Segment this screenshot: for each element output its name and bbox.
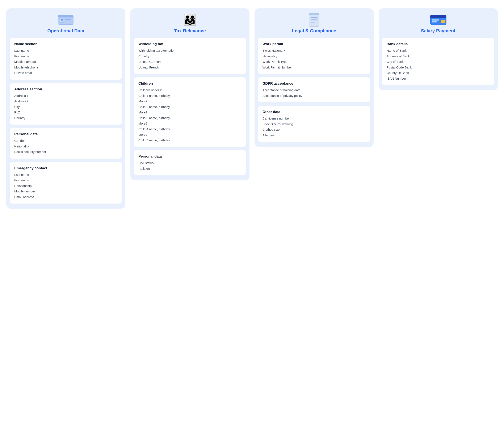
- list-item: Work Permit Number: [262, 65, 366, 70]
- svg-rect-7: [65, 22, 70, 23]
- card-title-address-section: Address section: [14, 87, 117, 91]
- list-item: Child 4 name, birthday: [138, 127, 242, 132]
- svg-rect-5: [65, 19, 71, 20]
- list-item: Private email: [14, 71, 117, 75]
- card-title-gdpr-acceptance: GDPR acceptance: [262, 82, 366, 86]
- svg-rect-13: [311, 21, 317, 21]
- list-item: Last name: [14, 48, 117, 53]
- card-items-name-section: Last nameFirst nameMiddle name(s)Mobile …: [14, 48, 117, 75]
- card-address-section: Address sectionAddress 1Address 2CityPLZ…: [10, 83, 122, 125]
- column-salary-payment: Salary PaymentBank detailsName of BankAd…: [379, 9, 498, 90]
- list-item: Email address: [14, 195, 117, 200]
- list-item: Name of Bank: [387, 48, 490, 53]
- list-item: Gender: [14, 138, 117, 143]
- svg-rect-2: [58, 16, 73, 18]
- card-title-name-section: Name section: [14, 42, 117, 46]
- list-item: Postal Code Bank: [387, 65, 490, 70]
- list-item: Religion: [138, 166, 242, 171]
- list-item: Middle name(s): [14, 59, 117, 64]
- main-columns: Operational DataName sectionLast nameFir…: [6, 9, 498, 209]
- card-bank-details: Bank detailsName of BankAddress of BankC…: [382, 38, 494, 85]
- card-items-address-section: Address 1Address 2CityPLZCountry: [14, 93, 117, 120]
- list-item: Shoe Size for working: [262, 122, 366, 127]
- svg-rect-12: [311, 19, 317, 19]
- card-children: ChildrenChildern under 25Child 1 name, b…: [134, 77, 246, 147]
- svg-rect-14: [311, 22, 315, 23]
- card-personal-data-tax: Personal dataCivil statusReligion: [134, 150, 246, 175]
- column-header-salary-payment: Salary Payment: [421, 13, 456, 34]
- svg-rect-17: [430, 16, 446, 18]
- list-item: Relationship: [14, 183, 117, 188]
- column-title-operational-data: Operational Data: [47, 28, 84, 34]
- list-item: Country: [14, 116, 117, 120]
- family-icon: 👨‍👩‍👧: [182, 13, 198, 26]
- list-item: Child 3 name, birthday: [138, 116, 242, 120]
- list-item: First name: [14, 178, 117, 183]
- column-header-operational-data: Operational Data: [47, 13, 84, 34]
- svg-rect-10: [309, 14, 319, 15]
- card-work-permit: Work permitSwiss National?NationalityWor…: [258, 38, 370, 74]
- svg-rect-21: [442, 21, 444, 21]
- list-item: More?: [138, 132, 242, 137]
- column-header-tax-relevance: 👨‍👩‍👧Tax Relevance: [174, 13, 206, 34]
- card-items-work-permit: Swiss National?NationalityWork Permit Ty…: [262, 48, 366, 70]
- card-items-bank-details: Name of BankAddress of BankCity of BankP…: [387, 48, 490, 81]
- list-item: Car license number: [262, 116, 366, 121]
- list-item: Child 5 name, birthday: [138, 138, 242, 143]
- svg-rect-18: [432, 19, 439, 21]
- svg-rect-20: [441, 20, 445, 23]
- list-item: IBAN Number: [387, 76, 490, 81]
- list-item: Withholding tax exemption: [138, 48, 242, 53]
- list-item: Work Permit Type: [262, 59, 366, 64]
- card-items-children: Childern under 25Child 1 name, birthdayM…: [138, 88, 242, 143]
- list-item: More?: [138, 99, 242, 104]
- list-item: City: [14, 105, 117, 110]
- list-item: Allergies: [262, 133, 366, 138]
- list-item: More?: [138, 121, 242, 126]
- list-item: City of Bank: [387, 59, 490, 64]
- svg-rect-11: [311, 17, 317, 18]
- card-title-personal-data-tax: Personal data: [138, 154, 242, 159]
- card-title-work-permit: Work permit: [262, 42, 366, 46]
- document-icon: [306, 13, 323, 26]
- list-item: First name: [14, 54, 117, 59]
- card-gdpr-acceptance: GDPR acceptanceAcceptance of holding dat…: [258, 77, 370, 102]
- card-title-children: Children: [138, 82, 242, 86]
- column-operational-data: Operational DataName sectionLast nameFir…: [6, 9, 125, 209]
- column-title-salary-payment: Salary Payment: [421, 28, 456, 34]
- card-personal-data: Personal dataGenderNationalitySocial sec…: [10, 128, 122, 159]
- card-witholding-tax: Witholding taxWithholding tax exemptionC…: [134, 38, 246, 74]
- list-item: Last name: [14, 173, 117, 177]
- svg-rect-6: [65, 21, 69, 21]
- column-title-legal-compliance: Legal & Compliance: [292, 28, 336, 34]
- list-item: Social security number: [14, 150, 117, 154]
- card-name-section: Name sectionLast nameFirst nameMiddle na…: [10, 38, 122, 80]
- list-item: Child 2 name, birthday: [138, 105, 242, 110]
- list-item: Swiss National?: [262, 48, 366, 53]
- list-item: Country: [138, 54, 242, 59]
- column-tax-relevance: 👨‍👩‍👧Tax RelevanceWitholding taxWithhold…: [130, 9, 250, 180]
- list-item: Clothes size: [262, 127, 366, 132]
- card-title-other-data: Other data: [262, 110, 366, 114]
- column-header-legal-compliance: Legal & Compliance: [292, 13, 336, 34]
- card-items-other-data: Car license numberShoe Size for workingC…: [262, 116, 366, 137]
- list-item: Civil status: [138, 161, 242, 165]
- list-item: PLZ: [14, 110, 117, 115]
- list-item: More?: [138, 110, 242, 115]
- card-title-personal-data: Personal data: [14, 132, 117, 136]
- card-items-witholding-tax: Withholding tax exemptionCountryUpload G…: [138, 48, 242, 70]
- list-item: Acceptance of holding data: [262, 88, 366, 93]
- card-items-personal-data: GenderNationalitySocial security number: [14, 138, 117, 154]
- list-item: Acceptance of privacy policy: [262, 93, 366, 98]
- card-title-emergency-contact: Emergency contact: [14, 166, 117, 170]
- list-item: Childern under 25: [138, 88, 242, 93]
- list-item: Mobile number: [14, 189, 117, 194]
- column-title-tax-relevance: Tax Relevance: [174, 28, 206, 34]
- svg-rect-19: [432, 21, 437, 22]
- card-other-data: Other dataCar license numberShoe Size fo…: [258, 106, 370, 142]
- list-item: Child 1 name, birthday: [138, 93, 242, 98]
- card-items-emergency-contact: Last nameFirst nameRelationshipMobile nu…: [14, 173, 117, 200]
- list-item: Upload German: [138, 59, 242, 64]
- card-items-gdpr-acceptance: Acceptance of holding dataAcceptance of …: [262, 88, 366, 98]
- list-item: Address 2: [14, 99, 117, 104]
